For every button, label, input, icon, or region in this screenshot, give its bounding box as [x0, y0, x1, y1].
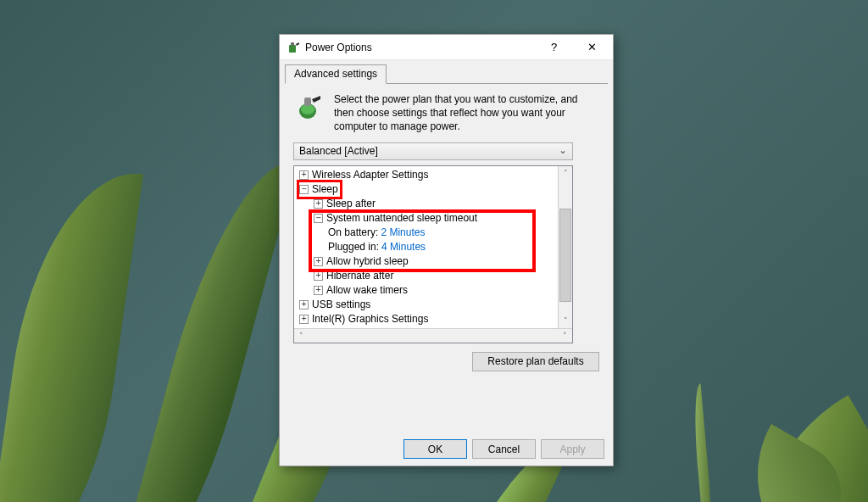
tree-label: Hibernate after: [326, 269, 393, 283]
expand-icon[interactable]: +: [299, 170, 309, 180]
tree-label: Sleep: [312, 182, 338, 197]
tree-item-plugged-in[interactable]: Plugged in: 4 Minutes: [296, 240, 556, 254]
tree-label: USB settings: [312, 298, 370, 312]
tree-label: System unattended sleep timeout: [326, 211, 477, 226]
vertical-scrollbar[interactable]: ˄ ˅: [558, 166, 572, 328]
tree-label: Allow wake timers: [326, 283, 408, 298]
setting-label: Plugged in:: [328, 240, 379, 254]
svg-rect-1: [291, 42, 294, 46]
scroll-right-icon[interactable]: ˃: [558, 329, 572, 343]
expand-icon[interactable]: +: [314, 271, 323, 281]
tree-item-on-battery[interactable]: On battery: 2 Minutes: [296, 226, 556, 240]
cancel-button[interactable]: Cancel: [472, 439, 536, 459]
setting-value-on-battery[interactable]: 2 Minutes: [381, 226, 425, 240]
setting-label: On battery:: [328, 226, 378, 240]
tree-label: Allow hybrid sleep: [326, 254, 409, 269]
tree-item-sleep[interactable]: − Sleep: [296, 182, 556, 197]
expand-icon[interactable]: +: [314, 286, 323, 295]
scroll-left-icon[interactable]: ˂: [294, 329, 309, 343]
tree-item-wireless[interactable]: + Wireless Adapter Settings: [296, 168, 556, 182]
bg-leaf: [691, 383, 715, 502]
titlebar: Power Options ? ✕: [280, 35, 613, 60]
tree-item-allow-hybrid[interactable]: + Allow hybrid sleep: [296, 254, 556, 269]
expand-icon[interactable]: +: [314, 257, 323, 266]
close-button[interactable]: ✕: [573, 36, 611, 59]
setting-value-plugged-in[interactable]: 4 Minutes: [381, 240, 426, 254]
apply-button[interactable]: Apply: [541, 439, 604, 459]
power-options-icon: [287, 41, 300, 54]
bg-leaf: [0, 160, 143, 502]
scroll-up-icon[interactable]: ˄: [559, 166, 572, 181]
expand-icon[interactable]: +: [299, 315, 309, 324]
collapse-icon[interactable]: −: [299, 185, 309, 194]
help-button[interactable]: ?: [535, 36, 573, 59]
description-text: Select the power plan that you want to c…: [334, 92, 599, 134]
svg-rect-4: [304, 98, 311, 106]
horizontal-scrollbar[interactable]: ˂ ˃: [294, 328, 572, 343]
ok-button[interactable]: OK: [403, 439, 467, 459]
settings-tree: + Wireless Adapter Settings − Sleep + Sl…: [293, 165, 573, 343]
tree-label: Wireless Adapter Settings: [312, 168, 428, 182]
tab-advanced-settings[interactable]: Advanced settings: [285, 64, 387, 84]
tree-item-usb[interactable]: + USB settings: [296, 298, 556, 312]
power-plan-icon: [293, 92, 326, 134]
scroll-down-icon[interactable]: ˅: [559, 314, 572, 328]
tree-item-allow-wake[interactable]: + Allow wake timers: [296, 283, 556, 298]
tree-label: Sleep after: [326, 197, 376, 211]
tree-label: Intel(R) Graphics Settings: [312, 312, 428, 326]
expand-icon[interactable]: +: [299, 300, 309, 310]
plan-selected-label: Balanced [Active]: [299, 145, 378, 157]
tree-item-hibernate-after[interactable]: + Hibernate after: [296, 269, 556, 283]
svg-rect-0: [289, 45, 296, 53]
tree-item-intel-graphics[interactable]: + Intel(R) Graphics Settings: [296, 312, 556, 326]
restore-defaults-button[interactable]: Restore plan defaults: [472, 352, 599, 371]
power-options-dialog: Power Options ? ✕ Advanced settings Sele…: [279, 34, 614, 466]
power-plan-select[interactable]: Balanced [Active]: [293, 142, 573, 160]
collapse-icon[interactable]: −: [314, 214, 323, 223]
dialog-footer: OK Cancel Apply: [403, 439, 604, 459]
tab-strip: Advanced settings: [285, 64, 608, 84]
tree-item-system-unattended[interactable]: − System unattended sleep timeout: [296, 211, 556, 226]
window-title: Power Options: [305, 42, 535, 53]
scroll-thumb[interactable]: [559, 209, 571, 302]
tab-body: Select the power plan that you want to c…: [285, 84, 608, 378]
tree-item-sleep-after[interactable]: + Sleep after: [296, 197, 556, 211]
expand-icon[interactable]: +: [314, 199, 323, 209]
